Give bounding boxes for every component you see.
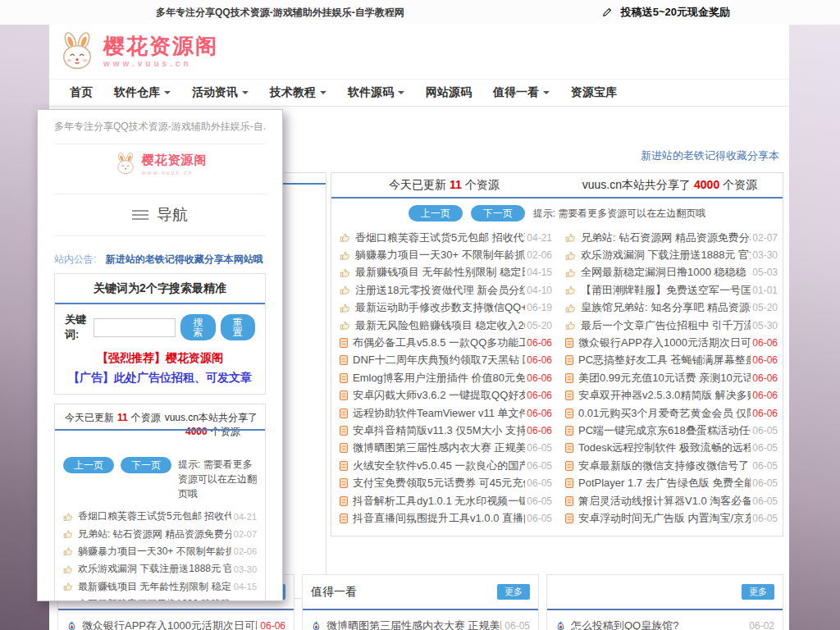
resource-list-item[interactable]: 欢乐游戏漏洞 下载注册送1888元 官方合作 03-30: [557, 246, 783, 263]
resource-list-item[interactable]: 注册送18元零投资做代理 新会员分红存1000 04-10: [331, 281, 557, 299]
overlay-nav-toggle[interactable]: 导航: [54, 194, 266, 236]
resource-list-item[interactable]: 皇族馆兄弟站: 知名分享吧 精品资源分享基地 05-20: [557, 299, 783, 317]
resource-title-link[interactable]: 安卓闪截大师v3.6.2 一键提取QQ好友发的闪图: [353, 388, 525, 403]
reset-button[interactable]: 重置: [221, 314, 255, 340]
resource-list-item[interactable]: 安卓闪截大师v3.6.2 一键提取QQ好友发的闪图 06-06: [331, 387, 557, 404]
promo-recommend-link[interactable]: 【强烈推荐】樱花资源阁: [55, 347, 265, 368]
overlay-list-item[interactable]: 香烟口粮芙蓉王试货5元包邮 招收代理 04-21: [55, 508, 265, 525]
next-page-button[interactable]: 下一页: [121, 457, 171, 473]
nav-item[interactable]: 值得一看: [482, 85, 560, 100]
resource-title-link[interactable]: 全网最新稳定漏洞日撸1000 稳稳稳: [78, 597, 231, 601]
resource-list-item[interactable]: 抖音直播间氛围提升工具v1.0.0 直播间自动发 06-05: [331, 509, 557, 527]
bottom-list-item[interactable]: 怎么投稿到QQ皇族馆? 06-02: [547, 610, 783, 630]
resource-title-link[interactable]: 布偶必备工具v5.8.5 一款QQ多功能工具软件: [353, 336, 525, 350]
more-button[interactable]: 更多: [742, 584, 774, 600]
resource-title-link[interactable]: PC端一键完成京东618叠蛋糕活动任务工具: [578, 423, 751, 438]
resource-list-item[interactable]: 微博晒图第三届性感内衣大赛 正规美图等你欣 06-05: [331, 440, 557, 457]
resource-list-item[interactable]: 远程协助软件TeamViewer v11 单文件版 方便 06-06: [331, 404, 557, 422]
resource-list-item[interactable]: 【莆田潮牌鞋服】免费送空军一号匡威1970s 01-01: [557, 281, 783, 299]
resource-title-link[interactable]: 香烟口粮芙蓉王试货5元包邮 招收代理: [78, 509, 231, 523]
overlay-list-item[interactable]: 兄弟站: 钻石资源网 精品资源免费分享基 02-07: [55, 525, 265, 542]
bottom-list-item[interactable]: 微众银行APP存入1000元活期次日可以获得无门 06-06: [58, 610, 294, 630]
resource-list-item[interactable]: 支付宝免费领取5元话费券 可45元充值三网50 06-05: [331, 474, 557, 491]
nav-item[interactable]: 软件仓库: [103, 85, 181, 100]
resource-title-link[interactable]: PotPlayer 1.7 去广告绿色版 免费全能影音播: [578, 476, 751, 491]
resource-list-item[interactable]: 最后一个文章广告位招租中 引千万流 聚八方 05-30: [557, 317, 783, 334]
resource-title-link[interactable]: 安卓抖音精简版v11.3 仅5M大小 支持账号登录: [353, 423, 525, 438]
resource-list-item[interactable]: PotPlayer 1.7 去广告绿色版 免费全能影音播 06-05: [557, 474, 783, 491]
bottom-item-title-link[interactable]: 怎么投稿到QQ皇族馆?: [571, 619, 746, 630]
resource-title-link[interactable]: 躺赚暴力项目一天30+ 不限制年龄抓紧上车: [355, 248, 525, 262]
resource-list-item[interactable]: 美团0.99元充值10元话费 亲测10元话费秒到 06-06: [557, 369, 783, 386]
promo-ad-link[interactable]: 【广告】此处广告位招租、可发文章: [55, 368, 265, 394]
submit-reward-link[interactable]: 投稿送5~20元现金奖励: [601, 5, 730, 20]
resource-title-link[interactable]: 欢乐游戏漏洞 下载注册送1888元 官方合: [78, 562, 231, 576]
resource-list-item[interactable]: PC端一键完成京东618叠蛋糕活动任务工具 06-05: [557, 422, 783, 439]
resource-list-item[interactable]: Todesk远程控制软件 极致流畅的远程协助工具 06-05: [557, 440, 783, 457]
resource-title-link[interactable]: 支付宝免费领取5元话费券 可45元充值三网50: [353, 476, 525, 491]
resource-list-item[interactable]: 布偶必备工具v5.8.5 一款QQ多功能工具软件 06-06: [331, 334, 557, 351]
resource-list-item[interactable]: 抖音解析工具dy1.0.1 无水印视频一键解析软件 06-05: [331, 492, 557, 509]
resource-title-link[interactable]: 全网最新稳定漏洞日撸1000 稳稳稳: [581, 265, 751, 280]
resource-list-item[interactable]: 安卓抖音精简版v11.3 仅5M大小 支持账号登录 06-06: [331, 422, 557, 439]
resource-list-item[interactable]: 躺赚暴力项目一天30+ 不限制年龄抓紧上车 02-06: [331, 246, 557, 263]
resource-title-link[interactable]: 美团0.99元充值10元话费 亲测10元话费秒到: [578, 371, 751, 386]
resource-title-link[interactable]: 最新无风险包赔赚钱项目 稳定收入200-500元: [355, 318, 525, 333]
resource-list-item[interactable]: 安卓双开神器v2.5.3.0精简版 解决多账号切换 06-06: [557, 387, 783, 404]
next-page-button[interactable]: 下一页: [471, 205, 525, 221]
resource-title-link[interactable]: 欢乐游戏漏洞 下载注册送1888元 官方合作: [581, 248, 751, 262]
resource-list-item[interactable]: 香烟口粮芙蓉王试货5元包邮 招收代理 04-21: [331, 229, 557, 246]
prev-page-button[interactable]: 上一页: [409, 205, 463, 221]
resource-list-item[interactable]: PC恶搞整好友工具 苍蝇铺满屏幕整蛊专家 效 06-06: [557, 352, 783, 369]
bottom-item-title-link[interactable]: 微博晒图第三届性感内衣大赛 正规美图等你欣赏: [326, 619, 501, 630]
resource-title-link[interactable]: 微博晒图第三届性感内衣大赛 正规美图等你欣: [353, 441, 525, 455]
nav-item[interactable]: 技术教程: [259, 85, 337, 100]
nav-item[interactable]: 活动资讯: [181, 85, 259, 100]
resource-list-item[interactable]: DNF十二周年庆典预约领取7天黑钻 回归用户 06-06: [331, 352, 557, 369]
resource-title-link[interactable]: Emlog博客用户注册插件 价值80元免费分享: [353, 371, 525, 386]
resource-list-item[interactable]: 全网最新稳定漏洞日撸1000 稳稳稳 05-03: [557, 264, 783, 281]
resource-title-link[interactable]: 最新赚钱项目 无年龄性别限制 稳定日撸300+: [355, 265, 525, 280]
resource-title-link[interactable]: 最后一个文章广告位招租中 引千万流 聚八方: [581, 318, 751, 333]
overlay-list-item[interactable]: 全网最新稳定漏洞日撸1000 稳稳稳 05-03: [55, 596, 265, 601]
nav-item[interactable]: 网站源码: [415, 85, 482, 100]
search-input[interactable]: [94, 318, 176, 337]
resource-title-link[interactable]: PC恶搞整好友工具 苍蝇铺满屏幕整蛊专家 效: [578, 353, 751, 368]
resource-title-link[interactable]: 0.01元购买3个月爱奇艺黄金会员 仅限京东白: [578, 406, 751, 421]
resource-title-link[interactable]: 安卓双开神器v2.5.3.0精简版 解决多账号切换: [578, 388, 751, 403]
resource-title-link[interactable]: 皇族馆兄弟站: 知名分享吧 精品资源分享基地: [581, 300, 751, 315]
resource-list-item[interactable]: 火绒安全软件v5.0.45 一款良心的国产安全软件 06-05: [331, 457, 557, 474]
resource-list-item[interactable]: 安卓最新版的微信支持修改微信号了！ IOS版 06-05: [557, 457, 783, 474]
resource-title-link[interactable]: 最新赚钱项目 无年龄性别限制 稳定日撸: [78, 580, 231, 594]
resource-title-link[interactable]: 微众银行APP存入1000元活期次日可以获得无: [578, 336, 751, 350]
bottom-list-item[interactable]: 微博晒图第三届性感内衣大赛 正规美图等你欣赏 06-05: [303, 610, 538, 630]
resource-title-link[interactable]: 安卓最新版的微信支持修改微信号了！ IOS版: [578, 459, 751, 473]
resource-title-link[interactable]: Todesk远程控制软件 极致流畅的远程协助工具: [578, 441, 751, 455]
nav-item[interactable]: 首页: [59, 85, 103, 100]
resource-title-link[interactable]: 火绒安全软件v5.0.45 一款良心的国产安全软件: [353, 459, 525, 473]
resource-title-link[interactable]: 注册送18元零投资做代理 新会员分红存1000: [355, 283, 525, 298]
search-button[interactable]: 搜索: [180, 314, 215, 340]
resource-title-link[interactable]: 【莆田潮牌鞋服】免费送空军一号匡威1970s: [581, 283, 751, 298]
resource-title-link[interactable]: 香烟口粮芙蓉王试货5元包邮 招收代理: [355, 231, 525, 245]
resource-list-item[interactable]: 安卓浮动时间无广告版 内置淘宝/京东/苏宁/招 06-05: [557, 509, 783, 527]
overlay-list-item[interactable]: 最新赚钱项目 无年龄性别限制 稳定日撸 04-15: [55, 578, 265, 596]
resource-list-item[interactable]: 兄弟站: 钻石资源网 精品资源免费分享基地 02-07: [557, 229, 783, 246]
resource-list-item[interactable]: Emlog博客用户注册插件 价值80元免费分享 06-06: [331, 369, 557, 386]
nav-item[interactable]: 软件源码: [337, 85, 415, 100]
resource-title-link[interactable]: 抖音解析工具dy1.0.1 无水印视频一键解析软件: [353, 494, 525, 509]
nav-item[interactable]: 资源宝库: [560, 85, 628, 100]
resource-list-item[interactable]: 最新运动助手修改步数支持微信QQ+ZFB步 06-19: [331, 299, 557, 317]
resource-list-item[interactable]: 0.01元购买3个月爱奇艺黄金会员 仅限京东白 06-06: [557, 404, 783, 422]
prev-page-button[interactable]: 上一页: [63, 457, 114, 473]
resource-list-item[interactable]: 最新赚钱项目 无年龄性别限制 稳定日撸300+ 04-15: [331, 264, 557, 281]
resource-title-link[interactable]: 抖音直播间氛围提升工具v1.0.0 直播间自动发: [353, 511, 525, 526]
resource-title-link[interactable]: 最新运动助手修改步数支持微信QQ+ZFB步: [355, 300, 525, 315]
overlay-list-item[interactable]: 欢乐游戏漏洞 下载注册送1888元 官方合 03-30: [55, 560, 265, 578]
resource-list-item[interactable]: 微众银行APP存入1000元活期次日可以获得无 06-06: [557, 334, 783, 351]
overlay-list-item[interactable]: 躺赚暴力项目一天30+ 不限制年龄抓紧上 02-06: [55, 543, 265, 560]
resource-title-link[interactable]: 远程协助软件TeamViewer v11 单文件版 方便: [353, 406, 525, 421]
resource-list-item[interactable]: 最新无风险包赔赚钱项目 稳定收入200-500元 05-20: [331, 317, 557, 334]
resource-title-link[interactable]: 安卓浮动时间无广告版 内置淘宝/京东/苏宁/招: [578, 511, 751, 526]
overlay-logo[interactable]: 樱花资源阁 www.vuus.cn: [38, 144, 282, 194]
